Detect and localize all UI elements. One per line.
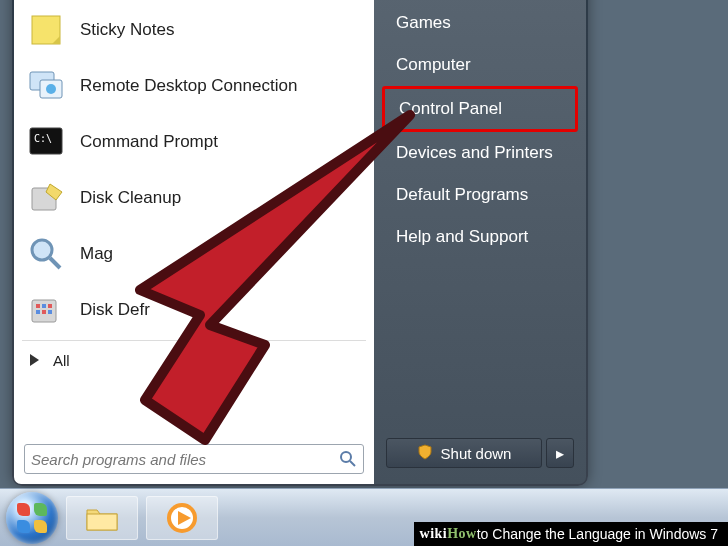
right-item-control-panel[interactable]: Control Panel (382, 86, 578, 132)
program-label: Disk Cleanup (80, 188, 181, 208)
right-item-devices-printers[interactable]: Devices and Printers (382, 132, 578, 174)
right-item-label: Computer (396, 55, 471, 75)
remote-desktop-icon (26, 66, 66, 106)
back-arrow-icon (30, 354, 39, 366)
right-item-computer[interactable]: Computer (382, 44, 578, 86)
program-item-disk-cleanup[interactable]: Disk Cleanup (18, 170, 370, 226)
chevron-right-icon: ▸ (556, 444, 564, 463)
program-label: Command Prompt (80, 132, 218, 152)
program-item-magnifier[interactable]: Mag (18, 226, 370, 282)
folder-icon (84, 500, 120, 536)
program-list: Calculator Sticky Notes Remote Desktop C… (18, 0, 370, 438)
shutdown-button[interactable]: Shut down (386, 438, 542, 468)
svg-text:C:\: C:\ (34, 133, 52, 144)
caption-brand: wikiHow (420, 526, 477, 542)
start-button[interactable] (6, 492, 58, 544)
magnifier-icon (26, 234, 66, 274)
caption-text: to Change the Language in Windows 7 (477, 526, 718, 542)
all-programs-label: All (53, 352, 70, 369)
svg-rect-19 (36, 304, 40, 308)
svg-point-12 (46, 84, 56, 94)
taskbar-media-player-button[interactable] (146, 496, 218, 540)
svg-rect-24 (48, 310, 52, 314)
right-item-games[interactable]: Games (382, 2, 578, 44)
search-placeholder: Search programs and files (31, 451, 206, 468)
shutdown-options-button[interactable]: ▸ (546, 438, 574, 468)
command-prompt-icon: C:\ (26, 122, 66, 162)
right-item-label: Control Panel (399, 99, 502, 119)
start-menu: Calculator Sticky Notes Remote Desktop C… (12, 0, 588, 486)
right-item-label: Games (396, 13, 451, 33)
shield-icon (417, 444, 433, 463)
program-label: Mag (80, 244, 113, 264)
start-menu-left-pane: Calculator Sticky Notes Remote Desktop C… (14, 0, 374, 484)
right-item-label: Help and Support (396, 227, 528, 247)
disk-cleanup-icon (26, 178, 66, 218)
program-item-sticky-notes[interactable]: Sticky Notes (18, 2, 370, 58)
sticky-notes-icon (26, 10, 66, 50)
program-label: Disk Defr (80, 300, 150, 320)
svg-rect-22 (36, 310, 40, 314)
program-item-remote-desktop[interactable]: Remote Desktop Connection (18, 58, 370, 114)
right-item-help-support[interactable]: Help and Support (382, 216, 578, 258)
svg-line-26 (350, 461, 355, 466)
all-programs-row[interactable]: All (18, 343, 370, 377)
program-item-disk-defrag[interactable]: Disk Defr (18, 282, 370, 338)
search-icon (339, 450, 357, 468)
media-player-icon (164, 500, 200, 536)
program-label: Remote Desktop Connection (80, 76, 297, 96)
separator (22, 340, 366, 341)
svg-point-16 (32, 240, 52, 260)
svg-line-17 (50, 258, 60, 268)
svg-rect-8 (32, 16, 60, 44)
disk-defrag-icon (26, 290, 66, 330)
right-item-label: Devices and Printers (396, 143, 553, 163)
program-label: Sticky Notes (80, 20, 174, 40)
right-item-label: Default Programs (396, 185, 528, 205)
shutdown-row: Shut down ▸ (382, 438, 578, 474)
search-row: Search programs and files (18, 438, 370, 474)
svg-rect-21 (48, 304, 52, 308)
windows-logo-icon (17, 503, 47, 533)
caption-bar: wikiHow to Change the Language in Window… (414, 522, 728, 546)
search-input[interactable]: Search programs and files (24, 444, 364, 474)
right-item-default-programs[interactable]: Default Programs (382, 174, 578, 216)
shutdown-label: Shut down (441, 445, 512, 462)
taskbar-explorer-button[interactable] (66, 496, 138, 540)
svg-rect-27 (87, 514, 117, 530)
program-item-command-prompt[interactable]: C:\ Command Prompt (18, 114, 370, 170)
start-menu-right-pane: Games Computer Control Panel Devices and… (374, 0, 586, 484)
svg-point-25 (341, 452, 351, 462)
svg-rect-23 (42, 310, 46, 314)
svg-rect-20 (42, 304, 46, 308)
